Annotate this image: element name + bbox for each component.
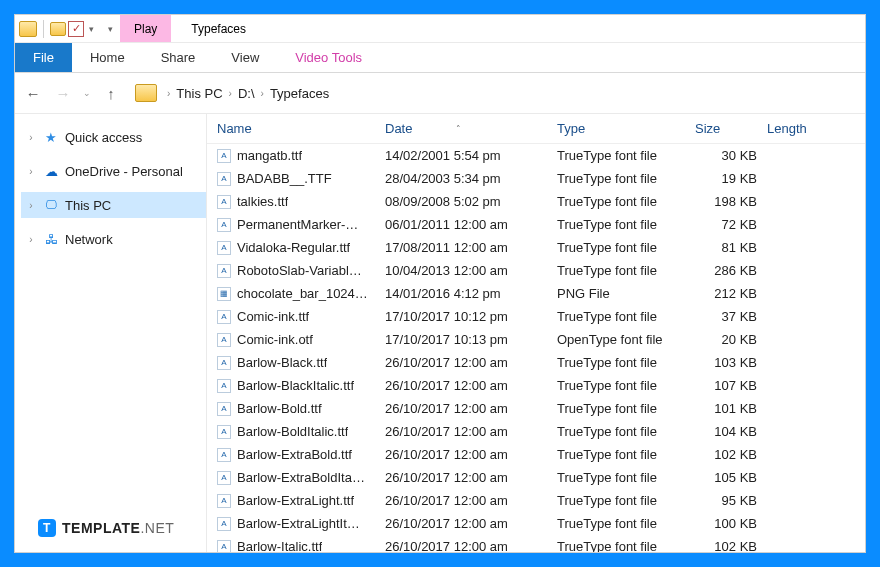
tab-share[interactable]: Share (143, 43, 214, 72)
file-type: TrueType font file (557, 470, 695, 485)
history-dropdown-icon[interactable]: ⌄ (83, 88, 91, 98)
file-type-icon: A (217, 448, 231, 462)
navigation-bar: ← → ⌄ ↑ › This PC › D:\ › Typefaces (15, 73, 865, 113)
file-rows[interactable]: Amangatb.ttf14/02/2001 5:54 pmTrueType f… (207, 144, 865, 552)
file-date: 26/10/2017 12:00 am (385, 424, 557, 439)
folder-icon[interactable] (19, 21, 37, 37)
chevron-right-icon[interactable]: › (167, 88, 170, 99)
file-date: 17/08/2011 12:00 am (385, 240, 557, 255)
file-type: TrueType font file (557, 217, 695, 232)
file-type: PNG File (557, 286, 695, 301)
file-type-icon: A (217, 195, 231, 209)
expand-icon[interactable]: › (25, 166, 37, 177)
file-row[interactable]: ▦chocolate_bar_1024…14/01/2016 4:12 pmPN… (207, 282, 865, 305)
quick-access-toolbar: ✓ ▾ ▾ (15, 15, 120, 42)
file-row[interactable]: ARobotoSlab-Variabl…10/04/2013 12:00 amT… (207, 259, 865, 282)
folder-icon[interactable] (50, 22, 66, 36)
file-type-icon: A (217, 310, 231, 324)
expand-icon[interactable]: › (25, 200, 37, 211)
breadcrumb-item[interactable]: This PC (176, 86, 222, 101)
file-row[interactable]: ABarlow-Italic.ttf26/10/2017 12:00 amTru… (207, 535, 865, 552)
address-folder-icon[interactable] (135, 84, 157, 102)
file-row[interactable]: AComic-ink.otf17/10/2017 10:13 pmOpenTyp… (207, 328, 865, 351)
file-date: 26/10/2017 12:00 am (385, 516, 557, 531)
column-header-type[interactable]: Type (557, 121, 695, 136)
tab-video-tools[interactable]: Video Tools (277, 43, 380, 72)
file-date: 06/01/2011 12:00 am (385, 217, 557, 232)
qat-dropdown-icon[interactable]: ▾ (86, 24, 97, 34)
tree-item-onedrive[interactable]: › ☁ OneDrive - Personal (21, 158, 206, 184)
contextual-tab-play[interactable]: Play (120, 15, 171, 42)
file-name: Barlow-ExtraLightIt… (237, 516, 360, 531)
breadcrumb-item[interactable]: D:\ (238, 86, 255, 101)
breadcrumb[interactable]: › This PC › D:\ › Typefaces (167, 86, 329, 101)
file-row[interactable]: AVidaloka-Regular.ttf17/08/2011 12:00 am… (207, 236, 865, 259)
file-date: 26/10/2017 12:00 am (385, 355, 557, 370)
file-row[interactable]: APermanentMarker-…06/01/2011 12:00 amTru… (207, 213, 865, 236)
file-size: 95 KB (695, 493, 767, 508)
file-size: 107 KB (695, 378, 767, 393)
network-icon: 🖧 (43, 232, 59, 246)
forward-button[interactable]: → (53, 85, 73, 102)
file-name: Barlow-ExtraBoldIta… (237, 470, 365, 485)
properties-icon[interactable]: ✓ (68, 21, 84, 37)
file-name: Comic-ink.ttf (237, 309, 309, 324)
file-row[interactable]: ABarlow-ExtraLightIt…26/10/2017 12:00 am… (207, 512, 865, 535)
template-logo-icon: T (38, 519, 56, 537)
file-type: OpenType font file (557, 332, 695, 347)
tab-home[interactable]: Home (72, 43, 143, 72)
file-name: BADABB__.TTF (237, 171, 332, 186)
file-type-icon: A (217, 425, 231, 439)
file-type-icon: A (217, 172, 231, 186)
file-row[interactable]: Amangatb.ttf14/02/2001 5:54 pmTrueType f… (207, 144, 865, 167)
file-date: 14/02/2001 5:54 pm (385, 148, 557, 163)
file-type-icon: A (217, 356, 231, 370)
file-type: TrueType font file (557, 355, 695, 370)
file-row[interactable]: ABarlow-BoldItalic.ttf26/10/2017 12:00 a… (207, 420, 865, 443)
expand-icon[interactable]: › (25, 234, 37, 245)
column-header-size[interactable]: Size (695, 121, 767, 136)
file-row[interactable]: ABarlow-ExtraBoldIta…26/10/2017 12:00 am… (207, 466, 865, 489)
back-button[interactable]: ← (23, 85, 43, 102)
column-header-name[interactable]: Name (217, 121, 385, 136)
file-date: 26/10/2017 12:00 am (385, 493, 557, 508)
file-size: 105 KB (695, 470, 767, 485)
file-size: 103 KB (695, 355, 767, 370)
file-row[interactable]: Atalkies.ttf08/09/2008 5:02 pmTrueType f… (207, 190, 865, 213)
breadcrumb-item[interactable]: Typefaces (270, 86, 329, 101)
tab-file[interactable]: File (15, 43, 72, 72)
expand-icon[interactable]: › (25, 132, 37, 143)
file-date: 08/09/2008 5:02 pm (385, 194, 557, 209)
file-row[interactable]: ABarlow-Black.ttf26/10/2017 12:00 amTrue… (207, 351, 865, 374)
tab-view[interactable]: View (213, 43, 277, 72)
chevron-right-icon[interactable]: › (261, 88, 264, 99)
tree-item-this-pc[interactable]: › 🖵 This PC (21, 192, 206, 218)
file-type: TrueType font file (557, 516, 695, 531)
file-type: TrueType font file (557, 493, 695, 508)
file-row[interactable]: AComic-ink.ttf17/10/2017 10:12 pmTrueTyp… (207, 305, 865, 328)
file-type-icon: ▦ (217, 287, 231, 301)
file-name: Comic-ink.otf (237, 332, 313, 347)
column-header-date[interactable]: Date˄ (385, 121, 557, 136)
ribbon-minimize-icon[interactable]: ▾ (105, 24, 116, 34)
file-row[interactable]: ABarlow-ExtraLight.ttf26/10/2017 12:00 a… (207, 489, 865, 512)
up-button[interactable]: ↑ (101, 85, 121, 102)
tree-item-quick-access[interactable]: › ★ Quick access (21, 124, 206, 150)
file-type-icon: A (217, 494, 231, 508)
file-size: 102 KB (695, 539, 767, 552)
file-name: Barlow-ExtraLight.ttf (237, 493, 354, 508)
file-row[interactable]: ABarlow-ExtraBold.ttf26/10/2017 12:00 am… (207, 443, 865, 466)
file-row[interactable]: ABADABB__.TTF28/04/2003 5:34 pmTrueType … (207, 167, 865, 190)
file-name: Barlow-Italic.ttf (237, 539, 322, 552)
file-row[interactable]: ABarlow-Bold.ttf26/10/2017 12:00 amTrueT… (207, 397, 865, 420)
file-size: 30 KB (695, 148, 767, 163)
file-row[interactable]: ABarlow-BlackItalic.ttf26/10/2017 12:00 … (207, 374, 865, 397)
column-headers: Name Date˄ Type Size Length (207, 114, 865, 144)
separator (43, 20, 44, 38)
column-header-length[interactable]: Length (767, 121, 837, 136)
chevron-right-icon[interactable]: › (229, 88, 232, 99)
file-date: 26/10/2017 12:00 am (385, 539, 557, 552)
file-type-icon: A (217, 471, 231, 485)
tree-item-network[interactable]: › 🖧 Network (21, 226, 206, 252)
file-name: Vidaloka-Regular.ttf (237, 240, 350, 255)
